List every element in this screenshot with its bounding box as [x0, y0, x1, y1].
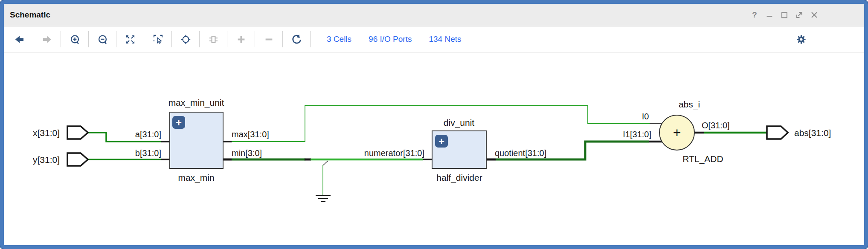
expand-cell-icon	[208, 34, 219, 45]
float-button[interactable]	[795, 10, 804, 20]
zoom-fit-button[interactable]	[121, 30, 139, 49]
output-port-abs[interactable]	[767, 126, 788, 139]
title-bar: Schematic ?	[4, 4, 864, 26]
zoom-in-icon	[69, 34, 81, 45]
forward-button[interactable]	[38, 30, 56, 49]
help-button[interactable]: ?	[750, 10, 759, 20]
nets-link[interactable]: 134 Nets	[429, 35, 461, 44]
zoom-in-button[interactable]	[65, 30, 84, 49]
zoom-out-icon	[97, 34, 108, 45]
toolbar-separator	[255, 31, 255, 47]
autofit-selection-icon	[180, 34, 192, 45]
pin-label-min: min[3:0]	[232, 148, 262, 158]
remove-button[interactable]	[259, 30, 278, 49]
autofit-selection-button[interactable]	[176, 30, 195, 49]
pin-label-numerator: numerator[31:0]	[364, 148, 424, 158]
cell-title-div-unit: div_unit	[444, 118, 475, 128]
zoom-out-button[interactable]	[93, 30, 112, 49]
svg-text:+: +	[176, 117, 182, 128]
toolbar-separator	[33, 31, 33, 47]
cell-module-half-divider: half_divider	[436, 173, 482, 183]
minimize-icon	[765, 10, 774, 20]
toolbar-separator	[310, 31, 311, 47]
pin-label-a: a[31:0]	[135, 130, 161, 139]
expand-button-div-unit[interactable]: +	[435, 135, 448, 148]
expand-cell-button[interactable]	[204, 30, 223, 49]
zoom-to-selection-button[interactable]	[148, 30, 167, 49]
rtl-add-operator: +	[673, 125, 681, 140]
cell-title-max-min-unit: max_min_unit	[168, 98, 224, 108]
add-button[interactable]	[232, 30, 250, 49]
schematic-canvas[interactable]: x[31:0] y[31:0] abs[31:0] + max_min_unit…	[4, 52, 864, 245]
maximize-button[interactable]	[780, 10, 789, 20]
toolbar-separator	[61, 31, 61, 47]
pin-label-max: max[31:0]	[232, 130, 269, 139]
maximize-icon	[780, 10, 789, 20]
regenerate-icon	[291, 34, 302, 45]
port-label-abs: abs[31:0]	[794, 128, 831, 138]
back-button[interactable]	[10, 30, 29, 49]
input-port-x[interactable]	[67, 126, 88, 139]
toolbar-stats: 3 Cells 96 I/O Ports 134 Nets	[327, 35, 462, 44]
schematic-toolbar: 3 Cells 96 I/O Ports 134 Nets	[4, 26, 864, 52]
minimize-button[interactable]	[765, 10, 774, 20]
toolbar-separator	[116, 31, 116, 47]
cell-module-rtl-add: RTL_ADD	[682, 154, 723, 164]
svg-text:+: +	[438, 136, 444, 147]
window-title: Schematic	[4, 10, 50, 20]
gear-icon	[795, 34, 807, 45]
float-icon	[795, 10, 804, 20]
toolbar-separator	[144, 31, 144, 47]
pin-label-quotient: quotient[31:0]	[495, 148, 546, 158]
cells-link[interactable]: 3 Cells	[327, 35, 351, 44]
back-arrow-icon	[14, 34, 25, 45]
remove-icon	[263, 34, 275, 45]
close-button[interactable]	[810, 10, 819, 20]
pin-label-o: O[31:0]	[702, 121, 730, 130]
pin-label-i0: I0	[642, 112, 649, 121]
zoom-to-selection-icon	[152, 34, 164, 45]
regenerate-button[interactable]	[287, 30, 306, 49]
toolbar-separator	[171, 31, 172, 47]
zoom-fit-icon	[125, 34, 136, 45]
toolbar-separator	[199, 31, 200, 47]
ground-tap[interactable]	[323, 161, 328, 165]
toolbar-separator	[227, 31, 227, 47]
port-label-x: x[31:0]	[33, 128, 60, 138]
expand-button-max-min-unit[interactable]: +	[172, 116, 185, 129]
input-port-y[interactable]	[67, 153, 88, 166]
forward-arrow-icon	[41, 34, 53, 45]
add-icon	[235, 34, 247, 45]
ground-symbol[interactable]	[316, 196, 331, 202]
toolbar-separator	[282, 31, 283, 47]
close-icon	[810, 10, 819, 20]
toolbar-separator	[88, 31, 89, 47]
settings-button[interactable]	[792, 30, 810, 49]
port-label-y: y[31:0]	[33, 155, 60, 165]
pin-label-i1: I1[31:0]	[623, 130, 651, 139]
cell-module-max-min: max_min	[178, 173, 214, 183]
pin-label-b: b[31:0]	[135, 148, 161, 158]
cell-title-abs-i: abs_i	[679, 99, 700, 110]
io-ports-link[interactable]: 96 I/O Ports	[369, 35, 412, 44]
